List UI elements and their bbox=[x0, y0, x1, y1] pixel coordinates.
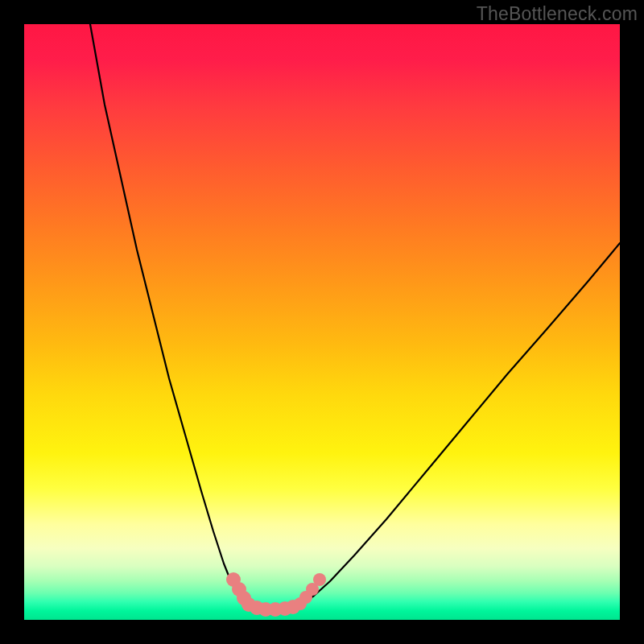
series-group bbox=[90, 24, 620, 609]
marker-group bbox=[226, 572, 326, 617]
plot-area bbox=[24, 24, 620, 620]
watermark-text: TheBottleneck.com bbox=[477, 3, 638, 25]
chart-frame: TheBottleneck.com bbox=[0, 0, 644, 644]
marker-right-cluster bbox=[313, 573, 326, 586]
series-right-branch bbox=[300, 243, 620, 605]
series-left-branch bbox=[90, 24, 252, 608]
chart-svg bbox=[24, 24, 620, 620]
